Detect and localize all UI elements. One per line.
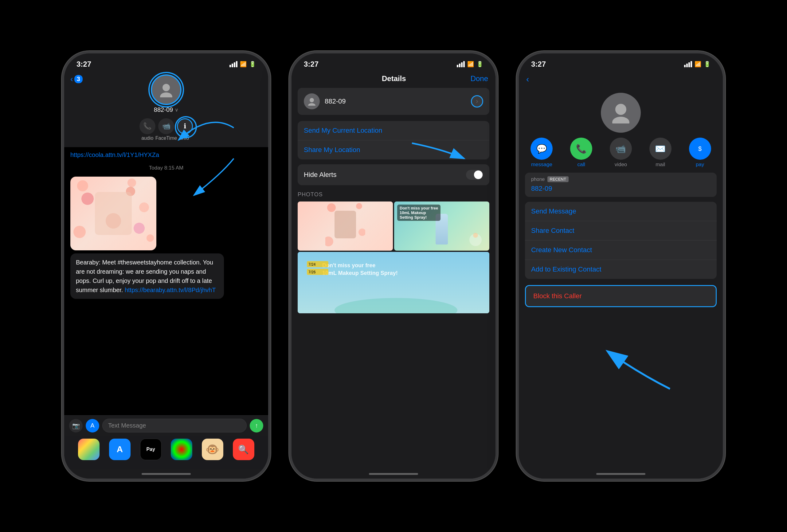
svg-point-10: [308, 103, 316, 106]
photo-thumb-2[interactable]: Don't miss your free10mL MakeupSetting S…: [394, 201, 489, 251]
svg-text:Don't miss your free: Don't miss your free: [322, 262, 375, 269]
message-actions: 📞 audio 📹 FaceTime ℹ info: [130, 116, 203, 144]
battery-icon: 🔋: [249, 61, 256, 68]
message-timestamp: Today 8:15 AM: [70, 165, 262, 171]
message-link1[interactable]: https://coola.attn.tv/l/1Y1/HYXZa: [70, 150, 262, 159]
call-action-btn[interactable]: 📞 call: [565, 137, 598, 168]
phone2-home-indicator: [292, 469, 495, 478]
pay-action-btn[interactable]: $ pay: [683, 137, 717, 168]
audio-label: audio: [141, 135, 153, 141]
facetime-label: FaceTime: [155, 135, 177, 141]
phone2-status-bar: 3:27 📶 🔋: [292, 54, 495, 72]
photos-section-label: PHOTOS: [298, 191, 489, 198]
phone2-home-bar: [369, 473, 418, 475]
video-action-btn[interactable]: 📹 video: [604, 137, 638, 168]
phone-label: phone: [531, 177, 545, 182]
back-button[interactable]: ‹ 3: [70, 75, 83, 84]
call-btn-label: call: [577, 162, 585, 168]
mail-btn-icon: ✉️: [650, 137, 672, 160]
applepay-icon[interactable]: Pay: [140, 439, 162, 460]
message-action-btn[interactable]: 💬 message: [525, 137, 558, 168]
svg-point-9: [310, 98, 314, 102]
share-location-button[interactable]: Share My Location: [298, 141, 489, 159]
details-contact-row[interactable]: 882-09 ›: [298, 88, 489, 115]
contact-action-list: Send Message Share Contact Create New Co…: [525, 202, 717, 279]
photo-img-2: Don't miss your free10mL MakeupSetting S…: [394, 201, 489, 251]
phone3-wrapper: 3:27 📶 🔋 ‹: [516, 51, 725, 481]
phone2-screen: 3:27 📶 🔋 Details: [292, 54, 495, 478]
home-indicator: [64, 469, 268, 478]
info-icon: ℹ: [177, 118, 193, 134]
svg-point-11: [327, 203, 336, 212]
search-icon[interactable]: 🔍: [233, 439, 254, 460]
send-location-button[interactable]: Send My Current Location: [298, 121, 489, 141]
svg-point-5: [73, 226, 86, 238]
details-chevron-icon[interactable]: ›: [471, 95, 483, 107]
details-header: Details Done: [292, 72, 495, 88]
message-text-input[interactable]: Text Message: [102, 419, 247, 432]
done-button[interactable]: Done: [471, 75, 488, 83]
audio-button[interactable]: 📞 audio: [140, 118, 155, 141]
camera-button[interactable]: 📷: [69, 419, 83, 432]
share-contact-row[interactable]: Share Contact: [525, 221, 717, 240]
screen-time-icon[interactable]: [171, 439, 192, 460]
svg-point-6: [147, 234, 154, 242]
contact-person-icon: [307, 97, 316, 106]
messages-header: ‹ 3: [64, 72, 268, 147]
photo-pattern: [70, 177, 156, 250]
message-input-bar: 📷 A Text Message ↑: [64, 415, 268, 435]
video-btn-icon: 📹: [610, 137, 632, 160]
phone2-time: 3:27: [304, 60, 319, 68]
svg-text:10mL Makeup Setting Spray!: 10mL Makeup Setting Spray!: [322, 270, 398, 276]
mail-action-btn[interactable]: ✉️ mail: [643, 137, 677, 168]
svg-point-4: [139, 203, 149, 212]
details-contact-name: 882-09: [325, 98, 466, 105]
phone3-home-indicator: [519, 469, 723, 478]
pay-btn-label: pay: [696, 162, 704, 168]
phone2-signal: [457, 61, 465, 67]
message-link[interactable]: https://bearaby.attn.tv/l/8Pd/jhvhT: [125, 286, 216, 293]
avatar-circle-wrapper: [151, 75, 182, 105]
app-store-button[interactable]: A: [86, 419, 99, 432]
phones-container: 3:27 📶 🔋 ‹: [0, 0, 787, 532]
chevron-down-icon: ∨: [175, 107, 178, 113]
contact-name: 882-09: [154, 106, 173, 113]
contact-detail-avatar-section: [519, 87, 723, 137]
photo-thumb-3[interactable]: Don't miss your free 10mL Makeup Setting…: [298, 252, 489, 313]
svg-point-28: [612, 117, 630, 124]
info-label: info: [181, 135, 189, 141]
svg-point-12: [356, 203, 362, 209]
mail-btn-label: mail: [656, 162, 665, 168]
phone2-battery-icon: 🔋: [476, 61, 483, 68]
facetime-button[interactable]: 📹 FaceTime: [155, 118, 177, 141]
memoji-icon[interactable]: 🐵: [202, 439, 223, 460]
home-bar: [142, 473, 191, 475]
create-new-contact-row[interactable]: Create New Contact: [525, 240, 717, 260]
phone2: 3:27 📶 🔋 Details: [289, 51, 498, 481]
add-to-existing-contact-row[interactable]: Add to Existing Contact: [525, 260, 717, 279]
message-photo: [70, 177, 156, 250]
block-caller-button[interactable]: Block this Caller: [525, 285, 717, 307]
phone1: 3:27 📶 🔋 ‹: [62, 51, 271, 481]
flower-decoration: [457, 232, 488, 248]
block-caller-section: Block this Caller: [525, 285, 717, 307]
info-button[interactable]: ℹ info: [177, 118, 193, 141]
appstore-icon[interactable]: A: [109, 439, 131, 460]
svg-rect-15: [335, 211, 356, 238]
send-button[interactable]: ↑: [250, 419, 263, 432]
photo-thumb-1[interactable]: [298, 201, 393, 251]
contact-avatar[interactable]: [151, 75, 182, 105]
phone3-status-bar: 3:27 📶 🔋: [519, 54, 723, 72]
svg-text:7/26: 7/26: [309, 270, 316, 274]
hide-alerts-toggle[interactable]: [466, 170, 483, 180]
back-arrow-button[interactable]: ‹: [526, 75, 529, 84]
photos-app-icon[interactable]: [78, 439, 100, 460]
svg-point-17: [473, 233, 478, 238]
photo-decoration: [70, 177, 156, 250]
contact-phone-number[interactable]: 882-09: [525, 184, 717, 197]
send-message-row[interactable]: Send Message: [525, 202, 717, 221]
person-icon: [158, 82, 174, 98]
contact-detail-avatar: [601, 93, 641, 133]
svg-rect-7: [95, 192, 132, 235]
photos-grid: Don't miss your free10mL MakeupSetting S…: [298, 201, 489, 313]
